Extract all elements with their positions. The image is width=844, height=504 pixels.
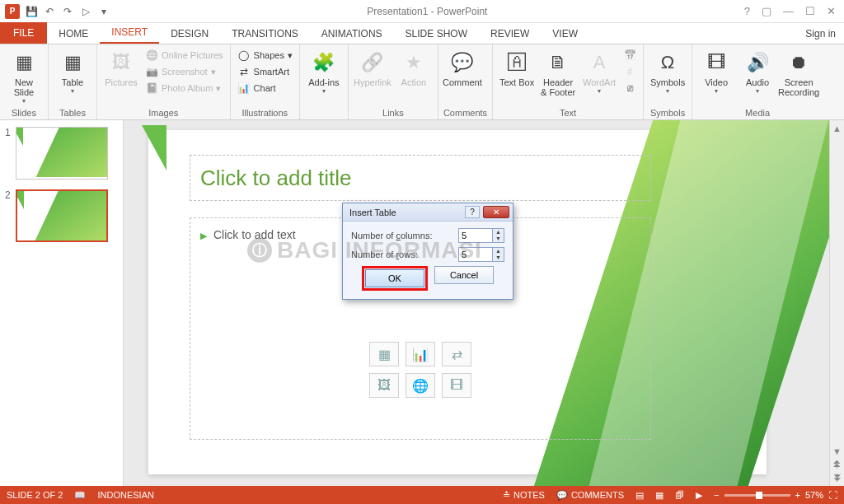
insert-chart-icon[interactable]: 📊 — [406, 342, 435, 366]
hyperlink-button[interactable]: 🔗Hyperlink — [354, 46, 392, 87]
screen-recording-button[interactable]: ⏺Screen Recording — [780, 46, 818, 97]
sign-in-link[interactable]: Sign in — [797, 24, 844, 44]
group-media: 🎞Video▾ 🔊Audio▾ ⏺Screen Recording Media — [692, 44, 823, 119]
zoom-in-icon[interactable]: + — [795, 490, 800, 500]
minimize-icon[interactable]: — — [783, 5, 794, 17]
maximize-icon[interactable]: ☐ — [805, 5, 815, 17]
audio-button[interactable]: 🔊Audio▾ — [738, 46, 776, 95]
wordart-button[interactable]: AWordArt▾ — [580, 46, 618, 95]
window-controls: ? ▢ — ☐ ✕ — [744, 5, 844, 17]
insert-smartart-icon[interactable]: ⇄ — [442, 342, 471, 366]
rows-spinner[interactable]: ▲▼ — [458, 247, 504, 262]
ok-button[interactable]: OK — [365, 269, 424, 287]
dialog-titlebar[interactable]: Insert Table ? ✕ — [343, 203, 513, 222]
symbols-button[interactable]: ΩSymbols▾ — [649, 46, 687, 95]
language-indicator[interactable]: INDONESIAN — [97, 490, 153, 500]
video-button[interactable]: 🎞Video▾ — [697, 46, 735, 95]
insert-online-picture-icon[interactable]: 🌐 — [406, 373, 435, 398]
object-button[interactable]: ⎚ — [621, 81, 638, 96]
ribbon-options-icon[interactable]: ▢ — [762, 5, 771, 17]
rows-input[interactable] — [459, 248, 492, 261]
date-icon: 📅 — [623, 49, 636, 62]
notes-button[interactable]: ≛ NOTES — [503, 490, 545, 501]
dialog-close-button[interactable]: ✕ — [483, 206, 509, 218]
sorter-view-icon[interactable]: ▦ — [655, 490, 663, 501]
reading-view-icon[interactable]: 🗐 — [675, 490, 684, 500]
chart-button[interactable]: 📊Chart — [236, 81, 294, 96]
tab-slideshow[interactable]: SLIDE SHOW — [394, 24, 479, 44]
close-icon[interactable]: ✕ — [827, 5, 836, 17]
tab-review[interactable]: REVIEW — [479, 24, 541, 44]
pictures-button[interactable]: 🖼 Pictures — [102, 46, 140, 87]
screenshot-button[interactable]: 📷Screenshot▾ — [143, 64, 225, 79]
tab-file[interactable]: FILE — [0, 22, 47, 44]
slide-number-button[interactable]: # — [621, 64, 638, 79]
video-icon: 🎞 — [703, 49, 729, 76]
screenshot-icon: 📷 — [145, 65, 158, 78]
vertical-scrollbar[interactable]: ▲ ▼ ⯭ ⯯ — [829, 120, 844, 486]
scroll-up-icon[interactable]: ▲ — [832, 124, 842, 133]
screenrec-icon: ⏺ — [785, 49, 812, 76]
smartart-button[interactable]: ⇄SmartArt — [236, 64, 294, 79]
tab-insert[interactable]: INSERT — [100, 22, 159, 44]
header-footer-button[interactable]: 🗎Header & Footer — [539, 46, 577, 97]
qat-more-icon[interactable]: ▾ — [97, 5, 110, 18]
slide-thumbnails-pane[interactable]: 1 2 — [0, 120, 124, 486]
photo-album-button[interactable]: 📓Photo Album▾ — [143, 81, 225, 96]
start-slideshow-icon[interactable]: ▷ — [79, 5, 92, 18]
shapes-button[interactable]: ◯Shapes▾ — [236, 48, 294, 63]
header-icon: 🗎 — [545, 49, 571, 76]
redo-icon[interactable]: ↷ — [61, 5, 74, 18]
zoom-control[interactable]: − + 57% ⛶ — [714, 490, 837, 500]
online-pictures-button[interactable]: 🌐Online Pictures — [143, 48, 225, 63]
prev-slide-icon[interactable]: ⯭ — [832, 460, 842, 469]
slide-thumbnail[interactable]: 2 — [5, 189, 118, 242]
rows-label: Number of rows: — [351, 250, 458, 259]
spellcheck-icon[interactable]: 📖 — [74, 490, 86, 501]
slide-indicator[interactable]: SLIDE 2 OF 2 — [7, 490, 63, 500]
spin-up-icon[interactable]: ▲ — [492, 229, 504, 236]
comment-button[interactable]: 💬Comment — [443, 46, 481, 87]
spin-down-icon[interactable]: ▼ — [492, 236, 504, 242]
dialog-help-button[interactable]: ? — [465, 206, 480, 218]
insert-table-icon[interactable]: ▦ — [369, 342, 399, 366]
tab-transitions[interactable]: TRANSITIONS — [220, 24, 310, 44]
cancel-button[interactable]: Cancel — [434, 266, 494, 284]
insert-video-icon[interactable]: 🎞 — [442, 373, 471, 398]
textbox-button[interactable]: 🄰Text Box — [498, 46, 536, 87]
group-tables: ▦ Table ▾ Tables — [49, 44, 97, 119]
tab-view[interactable]: VIEW — [541, 24, 589, 44]
zoom-slider[interactable] — [724, 494, 790, 497]
fit-to-window-icon[interactable]: ⛶ — [828, 490, 837, 500]
spin-down-icon[interactable]: ▼ — [492, 254, 504, 261]
insert-picture-icon[interactable]: 🖼 — [369, 373, 399, 398]
tab-design[interactable]: DESIGN — [159, 24, 220, 44]
new-slide-button[interactable]: ▦ New Slide ▾ — [5, 46, 43, 105]
next-slide-icon[interactable]: ⯯ — [832, 473, 842, 483]
slide-thumbnail[interactable]: 1 — [5, 127, 118, 180]
undo-icon[interactable]: ↶ — [43, 5, 56, 18]
title-placeholder[interactable]: Click to add title — [190, 155, 651, 201]
action-button[interactable]: ★Action — [395, 46, 433, 87]
slide-canvas[interactable]: Click to add title Click to add text ▦ 📊… — [148, 130, 767, 474]
insert-table-dialog: Insert Table ? ✕ Number of columns: ▲▼ N… — [342, 203, 513, 300]
addins-button[interactable]: 🧩 Add-ins ▾ — [305, 46, 343, 95]
group-links: 🔗Hyperlink ★Action Links — [349, 44, 438, 119]
slide-canvas-area[interactable]: Click to add title Click to add text ▦ 📊… — [124, 120, 829, 486]
comments-button[interactable]: 💬 COMMENTS — [556, 490, 624, 501]
table-button[interactable]: ▦ Table ▾ — [54, 46, 91, 95]
date-time-button[interactable]: 📅 — [621, 48, 638, 63]
columns-spinner[interactable]: ▲▼ — [458, 228, 504, 243]
scroll-down-icon[interactable]: ▼ — [832, 446, 842, 456]
slideshow-view-icon[interactable]: ▶ — [696, 490, 702, 501]
zoom-out-icon[interactable]: − — [714, 490, 719, 500]
tab-animations[interactable]: ANIMATIONS — [310, 24, 394, 44]
table-icon: ▦ — [59, 49, 86, 76]
columns-input[interactable] — [459, 229, 492, 242]
tab-home[interactable]: HOME — [47, 24, 100, 44]
help-icon[interactable]: ? — [744, 5, 750, 17]
normal-view-icon[interactable]: ▤ — [635, 490, 644, 501]
save-icon[interactable]: 💾 — [25, 5, 38, 18]
spin-up-icon[interactable]: ▲ — [492, 248, 504, 254]
zoom-percent[interactable]: 57% — [805, 490, 823, 500]
